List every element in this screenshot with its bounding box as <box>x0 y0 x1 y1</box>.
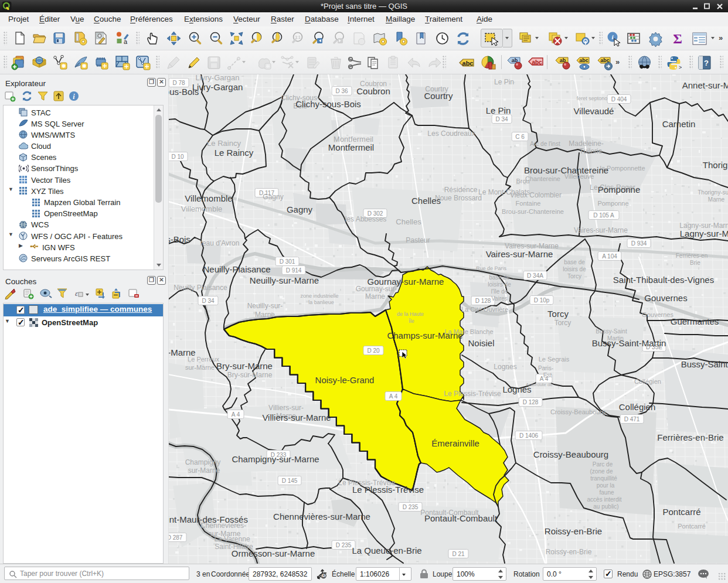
svg-text:Fontaine: Fontaine <box>516 200 541 207</box>
svg-text:ε: ε <box>75 289 79 298</box>
svg-text:base de: base de <box>564 259 585 265</box>
svg-text:Clichy-sous-Bois: Clichy-sous-Bois <box>295 99 361 109</box>
svg-text:Émerainville: Émerainville <box>431 438 479 448</box>
svg-text:Paris-: Paris- <box>538 365 553 371</box>
svg-text:D 287: D 287 <box>169 534 183 541</box>
svg-text:Gagny: Gagny <box>287 204 313 214</box>
svg-text:l'île de: l'île de <box>491 288 508 295</box>
svg-text:Gouvernes: Gouvernes <box>644 293 687 303</box>
svg-text:Coubron: Coubron <box>356 86 390 96</box>
svg-text:Villemomble: Villemomble <box>185 193 232 203</box>
svg-text:pour la: pour la <box>597 482 615 489</box>
svg-text:Chelles: Chelles <box>411 196 441 206</box>
svg-text:D 914: D 914 <box>286 267 302 274</box>
svg-text:a: a <box>124 38 128 45</box>
svg-text:Livry-Gargan: Livry-Gargan <box>195 74 239 82</box>
svg-text:Marne: Marne <box>365 292 385 301</box>
svg-text:Annet-sur-M: Annet-sur-M <box>682 80 728 90</box>
svg-text:D 34A: D 34A <box>527 272 543 279</box>
svg-text:Noue Brossard: Noue Brossard <box>435 194 482 202</box>
svg-text:Madeleine-: Madeleine- <box>569 139 603 148</box>
svg-text:Neuilly Plaisance: Neuilly Plaisance <box>174 284 227 292</box>
svg-text:Vaires: Vaires <box>491 295 508 302</box>
svg-text:Marne: Marne <box>255 311 275 319</box>
svg-text:Champigny: Champigny <box>185 458 221 466</box>
svg-text:Noisiel: Noisiel <box>468 338 494 348</box>
svg-text:Le Raincy: Le Raincy <box>215 148 254 158</box>
svg-text:Pomponne: Pomponne <box>598 185 641 195</box>
svg-text:Noisy-le-Grand: Noisy-le-Grand <box>315 375 375 385</box>
svg-text:Pasteur: Pasteur <box>406 236 430 244</box>
svg-text:La Queue-en-Brie: La Queue-en-Brie <box>352 546 421 555</box>
svg-text:Tuilerie: Tuilerie <box>580 147 603 155</box>
svg-text:sur-Marne: sur-Marne <box>188 466 220 475</box>
svg-text:abc: abc <box>532 59 542 66</box>
svg-text:Torcy: Torcy <box>554 319 571 327</box>
svg-text:Vaires-sur-Marne: Vaires-sur-Marne <box>574 226 628 234</box>
svg-text:abc: abc <box>579 57 588 63</box>
svg-text:Courtry: Courtry <box>424 91 453 101</box>
svg-text:Saint-Maur-des-Fossés: Saint-Maur-des-Fossés <box>169 514 248 524</box>
svg-text:D 128: D 128 <box>475 298 491 304</box>
svg-text:Champigny-sur-Marne: Champigny-sur-Marne <box>232 454 319 464</box>
svg-text:Villiers-sur-Marne: Villiers-sur-Marne <box>262 412 331 422</box>
svg-text:A 4: A 4 <box>389 393 398 400</box>
svg-text:Le Pin: Le Pin <box>486 105 511 115</box>
svg-text:D 235: D 235 <box>403 504 419 510</box>
svg-text:Arc de l'inst: Arc de l'inst <box>530 141 560 147</box>
svg-text:Brou: Brou <box>516 178 529 185</box>
svg-text:Lognes: Lognes <box>502 384 531 394</box>
svg-text:Gouvernes: Gouvernes <box>642 311 673 318</box>
svg-text:D 34: D 34 <box>202 298 215 304</box>
svg-text:D 404: D 404 <box>611 96 627 103</box>
svg-text:D 145: D 145 <box>282 478 298 484</box>
svg-text:8: 8 <box>322 573 325 579</box>
svg-text:Collégien: Collégien <box>619 402 656 412</box>
svg-text:Est: Est <box>543 372 552 379</box>
svg-text:Lognes: Lognes <box>494 363 516 371</box>
svg-text:s-sous-Bois: s-sous-Bois <box>169 87 199 97</box>
svg-text:A 4: A 4 <box>232 411 240 418</box>
svg-text:-sur-Marne: -sur-Marne <box>169 347 196 357</box>
svg-text:D 471: D 471 <box>624 416 640 422</box>
svg-text:Gagny: Gagny <box>263 193 283 201</box>
svg-text:Bussy-Saint-G: Bussy-Saint-G <box>681 359 728 369</box>
svg-text:Thorigny-sur-: Thorigny-sur- <box>698 189 728 196</box>
svg-text:sur-Marne: sur-Marne <box>185 364 215 371</box>
svg-text:D 10: D 10 <box>171 154 184 160</box>
svg-text:teau d'Avron: teau d'Avron <box>200 239 240 247</box>
svg-text:au public): au public) <box>593 503 618 510</box>
svg-text:accès interdit: accès interdit <box>587 496 622 503</box>
svg-text:Brou-sur-Chantereine: Brou-sur-Chantereine <box>502 208 564 215</box>
svg-text:Livry-Gargan: Livry-Gargan <box>192 82 243 92</box>
svg-text:La Cité Ouvrière: La Cité Ouvrière <box>461 306 508 313</box>
svg-text:Saint-Thibault-des-Vignes: Saint-Thibault-des-Vignes <box>613 275 714 285</box>
svg-text:D 1406: D 1406 <box>519 432 539 439</box>
svg-text:Thorigny: Thorigny <box>703 160 728 170</box>
svg-text:Bry-sur-Marne: Bry-sur-Marne <box>227 371 273 379</box>
svg-text:Les Coudreaux: Les Coudreaux <box>427 129 475 138</box>
svg-text:D 128: D 128 <box>523 399 539 405</box>
svg-text:D 21: D 21 <box>452 551 465 557</box>
svg-text:1:1: 1:1 <box>295 35 301 39</box>
svg-text:La Varenne: La Varenne <box>214 535 250 543</box>
svg-text:>: > <box>679 64 682 70</box>
svg-text:Villiers-sur-: Villiers-sur- <box>268 404 304 412</box>
svg-text:Île: Île <box>408 318 414 324</box>
svg-text:Bry-sur-Marne: Bry-sur-Marne <box>216 361 273 371</box>
svg-text:loisirs de: loisirs de <box>563 266 586 272</box>
svg-text:Σ: Σ <box>673 31 682 46</box>
svg-text:Le Mont-Chalats: Le Mont-Chalats <box>478 188 530 196</box>
svg-text:Neuilly-Plaisance: Neuilly-Plaisance <box>203 264 270 274</box>
svg-text:Brie: Brie <box>690 260 700 266</box>
svg-text:D 34: D 34 <box>495 116 508 122</box>
svg-text:Le Pin: Le Pin <box>494 78 514 86</box>
svg-text:Carnetin: Carnetin <box>662 119 696 129</box>
svg-text:la banlieue: la banlieue <box>308 299 334 305</box>
svg-text:Pontcarré: Pontcarré <box>662 507 700 517</box>
svg-text:D 78: D 78 <box>172 80 185 86</box>
svg-text:abc: abc <box>462 60 474 67</box>
svg-text:D 20: D 20 <box>367 347 380 354</box>
svg-text:Marne: Marne <box>708 196 725 203</box>
svg-text:de la Haute: de la Haute <box>397 311 424 317</box>
